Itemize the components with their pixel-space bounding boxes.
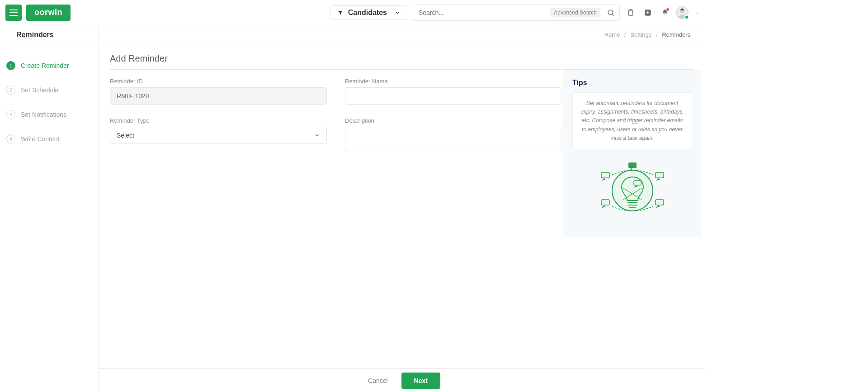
advanced-search-button[interactable]: Advanced Search	[550, 8, 600, 17]
user-menu-caret[interactable]	[695, 11, 699, 15]
clipboard-icon	[627, 9, 635, 17]
reminder-id-input	[110, 87, 327, 105]
body: 1 Create Reminder 2 Set Schedule 3 Set N…	[0, 44, 705, 392]
breadcrumb: Home / Settings / Reminders	[604, 31, 690, 38]
steps-sidebar: 1 Create Reminder 2 Set Schedule 3 Set N…	[0, 44, 99, 392]
notifications-button[interactable]	[659, 6, 671, 19]
lightbulb-network-icon	[599, 159, 666, 222]
reminder-name-input[interactable]	[345, 87, 562, 105]
step-number: 2	[6, 86, 15, 95]
label-reminder-name: Reminder Name	[345, 78, 562, 85]
step-label: Create Reminder	[21, 62, 69, 69]
brand-text: oorwin	[34, 8, 62, 17]
main-content: Add Reminder Reminder ID Reminder Type S…	[99, 44, 705, 392]
breadcrumb-item-current: Reminders	[662, 31, 690, 38]
step-number: 4	[6, 134, 15, 143]
step-write-content[interactable]: 4 Write Content	[6, 127, 92, 151]
label-description: Description	[345, 117, 562, 124]
topbar: oorwin Candidates Advanced Search	[0, 0, 705, 25]
filter-icon	[337, 10, 344, 16]
reminder-type-select[interactable]: Select	[110, 127, 327, 144]
breadcrumb-item[interactable]: Home	[604, 31, 620, 38]
step-label: Write Content	[21, 135, 59, 143]
status-online-dot	[684, 15, 689, 19]
search-icon	[607, 9, 615, 17]
menu-icon	[9, 10, 18, 16]
label-reminder-type: Reminder Type	[110, 117, 327, 124]
tips-card: Set automatic reminders for document exp…	[572, 92, 692, 149]
step-number: 1	[6, 61, 15, 70]
search-input[interactable]	[418, 9, 546, 17]
svg-rect-7	[628, 163, 637, 168]
group-reminder-name: Reminder Name	[345, 78, 562, 105]
global-search: Advanced Search	[412, 5, 620, 21]
svg-rect-8	[656, 172, 664, 178]
user-avatar[interactable]	[676, 6, 689, 19]
step-set-schedule[interactable]: 2 Set Schedule	[6, 78, 92, 102]
step-label: Set Notifications	[21, 111, 66, 118]
cancel-button[interactable]: Cancel	[363, 373, 392, 388]
label-reminder-id: Reminder ID	[110, 78, 327, 85]
svg-rect-2	[629, 9, 632, 10]
tips-illustration	[572, 153, 692, 228]
svg-rect-11	[601, 200, 609, 205]
group-reminder-id: Reminder ID	[110, 78, 327, 105]
svg-rect-1	[629, 10, 633, 15]
svg-rect-9	[601, 172, 609, 178]
tips-panel: Tips Set automatic reminders for documen…	[563, 70, 701, 237]
breadcrumb-item[interactable]: Settings	[630, 31, 651, 38]
search-button[interactable]	[605, 7, 617, 19]
subheader-right: Home / Settings / Reminders	[99, 25, 694, 44]
form-col-right: Reminder Name Description	[345, 78, 562, 167]
breadcrumb-separator: /	[624, 31, 626, 38]
reminder-type-value: Select	[117, 132, 134, 139]
subheader-left: Reminders	[0, 25, 99, 44]
clipboard-button[interactable]	[624, 6, 637, 19]
brand-logo[interactable]: oorwin	[26, 5, 71, 21]
entity-filter-dropdown[interactable]: Candidates	[330, 5, 407, 20]
form-title: Add Reminder	[110, 53, 694, 70]
svg-rect-10	[656, 200, 664, 205]
notifications-dot	[666, 8, 670, 11]
tips-title: Tips	[572, 79, 692, 87]
breadcrumb-separator: /	[656, 31, 658, 38]
steps-list: 1 Create Reminder 2 Set Schedule 3 Set N…	[6, 53, 92, 151]
form-footer: Cancel Next	[99, 368, 705, 392]
step-set-notifications[interactable]: 3 Set Notifications	[6, 102, 92, 127]
next-button[interactable]: Next	[401, 373, 440, 389]
page-title: Reminders	[16, 31, 54, 39]
svg-point-0	[608, 10, 613, 15]
subheader: Reminders Home / Settings / Reminders	[0, 25, 705, 44]
step-number: 3	[6, 110, 15, 119]
svg-rect-12	[634, 181, 641, 185]
chevron-down-icon	[314, 132, 320, 139]
entity-filter-label: Candidates	[348, 9, 387, 17]
group-reminder-type: Reminder Type Select	[110, 117, 327, 144]
menu-toggle-button[interactable]	[5, 5, 22, 21]
plus-square-icon	[644, 9, 652, 17]
step-create-reminder[interactable]: 1 Create Reminder	[6, 53, 92, 78]
description-textarea[interactable]	[345, 127, 562, 152]
app-root: oorwin Candidates Advanced Search	[0, 0, 705, 392]
group-description: Description	[345, 117, 562, 154]
chevron-down-icon	[394, 10, 401, 16]
step-label: Set Schedule	[21, 86, 58, 94]
add-button[interactable]	[642, 6, 654, 19]
form-col-left: Reminder ID Reminder Type Select	[110, 78, 327, 167]
